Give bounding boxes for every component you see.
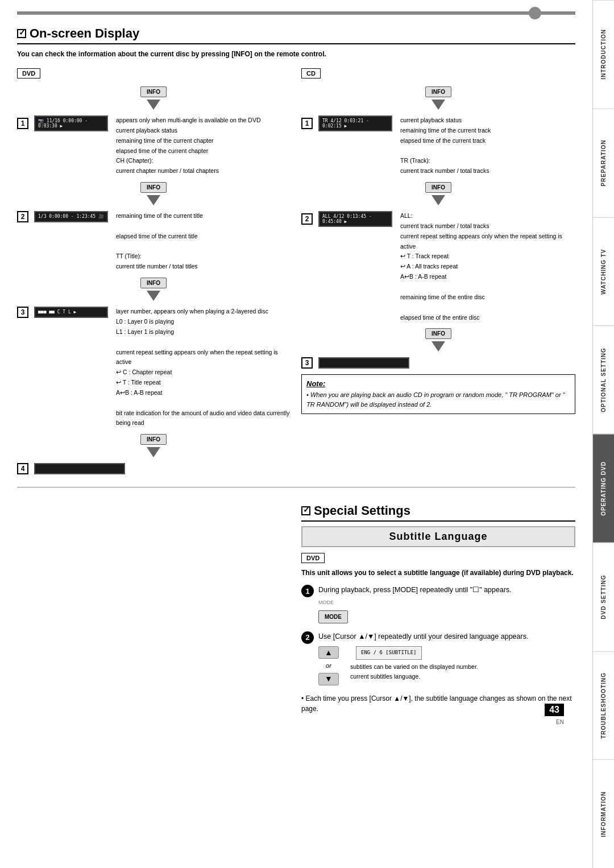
cd-step-num-3: 3 [301,357,313,369]
subtitle-callout2: current subtitles language. [350,672,478,681]
subtitle-callouts: subtitles can be varied on the displayed… [350,662,478,681]
step-num-circle-1: 1 [301,585,314,597]
step-num-1: 1 [17,118,28,129]
subtitle-step2: 2 Use [Cursor ▲/▼] repeatedly until your… [301,631,575,685]
onscreen-display-title: On-screen Display [17,26,575,44]
cd-step1-annotations: current playback status remaining time o… [398,115,491,176]
subtitle-language-heading: Subtitle Language [301,526,575,547]
dvd-step1: INFO 1 📷 11/16 0:00:00 - 0:03:30 ▶ [17,86,290,176]
dvd-step3: INFO 3 ■■■ ■■ C T L ▶ layer [17,278,290,428]
info-block-1: INFO [17,86,290,112]
cd-step-num-1: 1 [301,118,313,129]
special-settings-left [17,494,290,714]
dvd-step4: INFO 4 [17,434,290,474]
section-divider [17,487,575,487]
or-text: or [326,661,331,671]
special-settings-section: Special Settings Subtitle Language DVD T… [17,494,575,714]
cd-screen-2: ALL 4/12 0:13:45 - 0:45:40 ▶ [318,211,392,227]
step1-text: During playback, press [MODE] repeatedly… [318,585,512,623]
top-bar-circle [529,7,541,19]
step-num-4: 4 [17,463,28,474]
dvd-screen-4 [34,463,125,474]
intro-text: You can check the information about the … [17,49,575,59]
cd-step2: INFO 2 ALL 4/12 0:13:45 - 0:45:40 ▶ [301,182,575,323]
cd-step2-annotations: ALL: current track number / total tracks… [398,211,575,323]
checkbox-icon [17,29,26,38]
dvd-step1-annotations: appears only when multi-angle is availab… [114,115,260,176]
info-block-3: INFO [17,278,290,303]
cd-screen-1: TR 4/12 0:03:21 - 0:02:15 ▶ [318,115,392,131]
cd-arrow-down-1 [432,100,445,110]
cd-step-num-2: 2 [301,213,313,225]
cd-arrow-down-2 [432,195,445,205]
cd-label: CD [301,68,321,78]
sidebar-tab-information[interactable]: INFORMATION [593,759,614,868]
special-settings-checkbox-icon [301,506,310,515]
subtitle-display-area: ENG / 6 [SUBTITLE] subtitles can be vari… [350,646,478,681]
diagram-two-col: DVD INFO 1 📷 11/16 0:00:00 - 0:03:30 ▶ [17,68,575,480]
special-settings-right: Special Settings Subtitle Language DVD T… [301,503,575,714]
page-number: 43 [545,704,564,716]
mode-button[interactable]: MODE [318,610,348,623]
subtitle-dvd-label: DVD [301,553,325,563]
cd-arrow-down-3 [432,341,445,352]
sidebar-tab-operating-dvd[interactable]: OPERATING DVD [593,434,614,543]
cd-info-block-1: INFO [301,86,575,112]
cd-info-button-3: INFO [425,328,451,339]
step-num-circle-2: 2 [301,631,314,644]
info-block-2: INFO [17,182,290,208]
cd-info-button-2: INFO [425,182,451,193]
dvd-column: DVD INFO 1 📷 11/16 0:00:00 - 0:03:30 ▶ [17,68,290,480]
special-settings-title: Special Settings [301,503,575,522]
info-button-3: INFO [140,278,167,288]
mode-label: MODE [318,599,334,607]
subtitle-bullet-text: • Each time you press [Cursor ▲/▼], the … [301,693,575,714]
dvd-label: DVD [17,68,40,78]
sidebar: INTRODUCTION PREPARATION WATCHING TV OPT… [592,0,614,868]
subtitle-intro-text: This unit allows you to select a subtitl… [301,568,575,578]
info-block-4: INFO [17,434,290,460]
cd-screen-3 [318,357,409,369]
cursor-down-btn[interactable]: ▼ [318,673,339,685]
sidebar-tab-watching-tv[interactable]: WATCHING TV [593,217,614,326]
info-button-2: INFO [140,182,167,193]
arrow-down-2 [147,195,160,205]
cursor-arrows: ▲ or ▼ [318,646,339,685]
arrow-down-4 [147,447,160,457]
info-button-1: INFO [140,86,167,97]
cd-step1: INFO 1 TR 4/12 0:03:21 - 0:02:15 ▶ [301,86,575,176]
dvd-step3-annotations: layer number, appears only when playing … [114,307,290,428]
sidebar-tab-troubleshooting[interactable]: TROUBLESHOOTING [593,651,614,760]
sidebar-tab-dvd-setting[interactable]: DVD SETTING [593,543,614,651]
cd-info-block-2: INFO [301,182,575,208]
cd-info-button-1: INFO [425,86,451,97]
note-text: • When you are playing back an audio CD … [306,390,570,409]
cd-column: CD INFO 1 TR 4/12 0:03:21 - 0:02:15 ▶ [301,68,575,480]
main-content: On-screen Display You can check the info… [0,0,592,725]
note-title: Note: [306,379,570,388]
top-bar [17,11,575,15]
dvd-step2-annotations: remaining time of the current title elap… [114,211,203,272]
subtitle-callout1: subtitles can be varied on the displayed… [350,662,478,672]
cd-step3: INFO 3 [301,328,575,369]
info-button-4: INFO [140,434,167,445]
dvd-screen-3: ■■■ ■■ C T L ▶ [34,307,108,318]
dvd-screen-1: 📷 11/16 0:00:00 - 0:03:30 ▶ [34,115,108,131]
step-num-2: 2 [17,211,28,222]
arrow-down-1 [147,100,160,110]
cursor-up-btn[interactable]: ▲ [318,646,339,659]
subtitle-step1: 1 During playback, press [MODE] repeated… [301,585,575,623]
dvd-step2: INFO 2 1/3 0:00:00 - 1:23:45 🎥 [17,182,290,272]
step2-text: Use [Cursor ▲/▼] repeatedly until your d… [318,631,528,685]
cd-info-block-3: INFO [301,328,575,354]
note-box: Note: • When you are playing back an aud… [301,374,575,414]
sidebar-tab-introduction[interactable]: INTRODUCTION [593,0,614,109]
sidebar-tab-optional-setting[interactable]: OPTIONAL SETTING [593,325,614,434]
arrow-down-3 [147,291,160,301]
dvd-screen-2: 1/3 0:00:00 - 1:23:45 🎥 [34,211,108,222]
sidebar-tab-preparation[interactable]: PREPARATION [593,109,614,217]
subtitle-display-box: ENG / 6 [SUBTITLE] [356,646,422,660]
step-num-3: 3 [17,307,28,318]
page-locale: EN [556,719,564,725]
